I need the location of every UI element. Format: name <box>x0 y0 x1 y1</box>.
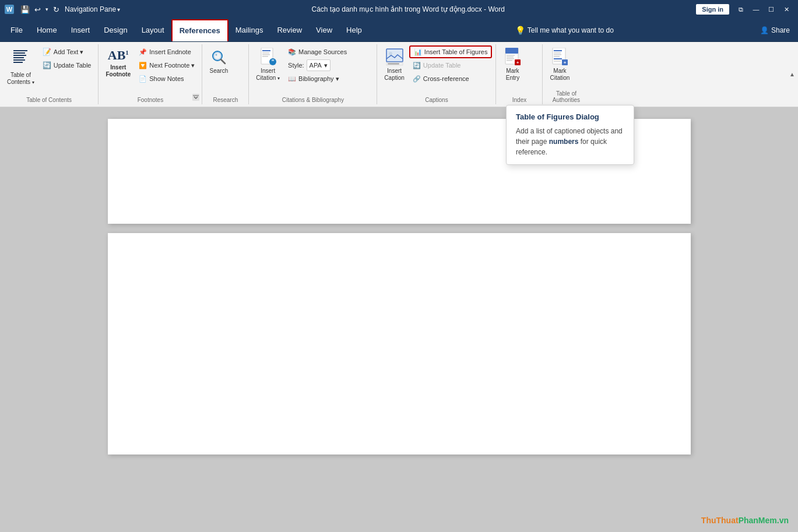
group-citations: " InsertCitation ▾ 📚 Manage Sources Styl… <box>249 44 377 104</box>
svg-line-11 <box>221 59 225 64</box>
mark-citation-button[interactable]: + MarkCitation <box>546 45 573 84</box>
mark-citation-label: MarkCitation <box>550 68 570 82</box>
captions-small-btns: 📊 Insert Table of Figures 🔄 Update Table… <box>409 45 493 85</box>
insert-endnote-label: Insert Endnote <box>149 48 191 55</box>
toc-label: Table ofContents ▾ <box>7 72 34 86</box>
svg-point-20 <box>389 52 392 55</box>
svg-rect-26 <box>507 57 514 58</box>
insert-footnote-button[interactable]: AB1 InsertFootnote <box>102 45 134 80</box>
caption-icon <box>385 48 404 66</box>
add-text-button[interactable]: 📝 Add Text ▾ <box>39 45 95 58</box>
close-button[interactable]: ✕ <box>779 3 793 15</box>
search-button[interactable]: Search <box>206 45 231 77</box>
svg-rect-5 <box>13 62 23 63</box>
menu-insert[interactable]: Insert <box>64 20 97 41</box>
menu-bar: File Home Insert Design Layout Reference… <box>0 19 798 42</box>
menu-layout[interactable]: Layout <box>135 20 171 41</box>
mark-entry-button[interactable]: + MarkEntry <box>500 45 525 84</box>
insert-caption-button[interactable]: InsertCaption <box>381 45 407 84</box>
menu-help[interactable]: Help <box>339 20 369 41</box>
tooltip-body: Add a list of captioned objects and thei… <box>516 126 624 157</box>
search-icon <box>209 48 228 66</box>
document-title: Cách tạo danh mục hình ảnh trong Word tự… <box>120 5 696 13</box>
group-table-of-contents: Table ofContents ▾ 📝 Add Text ▾ 🔄 Update… <box>0 44 99 104</box>
cross-reference-label: Cross-reference <box>423 75 469 82</box>
style-label: Style: <box>288 62 304 69</box>
index-group-label: Index <box>496 97 542 103</box>
watermark: ThuThuatPhanMem.vn <box>701 516 789 525</box>
save-button[interactable]: 💾 <box>19 4 31 15</box>
citation-icon: " <box>259 48 277 66</box>
svg-rect-32 <box>554 50 562 51</box>
minimize-button[interactable]: — <box>749 3 763 15</box>
watermark-thu: Thu <box>701 516 716 525</box>
document-area <box>0 107 798 466</box>
insert-caption-label: InsertCaption <box>384 68 404 82</box>
svg-rect-14 <box>262 52 269 54</box>
style-dropdown[interactable]: APA ▾ <box>307 59 331 71</box>
cross-reference-button[interactable]: 🔗 Cross-reference <box>409 72 493 85</box>
style-value: APA <box>310 62 322 69</box>
manage-sources-label: Manage Sources <box>298 48 347 55</box>
menu-review[interactable]: Review <box>270 20 309 41</box>
insert-citation-label: InsertCitation ▾ <box>256 68 280 82</box>
svg-rect-0 <box>13 50 27 51</box>
share-button[interactable]: Share <box>771 26 790 34</box>
next-footnote-button[interactable]: 🔽 Next Footnote ▾ <box>135 59 198 72</box>
update-table-toc-button[interactable]: 🔄 Update Table <box>39 59 95 72</box>
svg-point-10 <box>216 54 217 56</box>
svg-rect-16 <box>262 56 268 57</box>
svg-rect-37 <box>554 61 561 62</box>
group-index: + MarkEntry Index <box>496 44 543 104</box>
citations-small-btns: 📚 Manage Sources Style: APA ▾ 📖 Bibliogr… <box>284 45 350 85</box>
tooltip-popup: Table of Figures Dialog Add a list of ca… <box>506 105 634 165</box>
insert-citation-button[interactable]: " InsertCitation ▾ <box>252 45 283 84</box>
tooltip-highlight: numbers <box>549 138 579 146</box>
menu-references[interactable]: References <box>171 19 228 41</box>
svg-rect-13 <box>262 50 270 51</box>
manage-sources-button[interactable]: 📚 Manage Sources <box>284 45 350 58</box>
menu-view[interactable]: View <box>309 20 339 41</box>
show-notes-button[interactable]: 📄 Show Notes <box>135 72 198 85</box>
captions-buttons: InsertCaption 📊 Insert Table of Figures … <box>381 45 492 104</box>
ribbon-collapse-button[interactable]: ▲ <box>786 42 798 107</box>
maximize-button[interactable]: ☐ <box>764 3 778 15</box>
bibliography-button[interactable]: 📖 Bibliography ▾ <box>284 72 350 85</box>
restore-button[interactable]: ⧉ <box>734 3 748 15</box>
mark-entry-label: MarkEntry <box>506 68 519 82</box>
insert-tof-label: Insert Table of Figures <box>424 48 488 55</box>
research-group-label: Research <box>202 97 248 103</box>
redo-button[interactable]: ↻ <box>51 4 61 15</box>
table-of-contents-button[interactable]: Table ofContents ▾ <box>3 45 38 88</box>
sign-in-button[interactable]: Sign in <box>696 4 729 15</box>
menu-mailings[interactable]: Mailings <box>228 20 270 41</box>
manage-sources-icon: 📚 <box>288 48 296 56</box>
update-table-captions-button[interactable]: 🔄 Update Table <box>409 59 493 72</box>
group-captions: InsertCaption 📊 Insert Table of Figures … <box>377 44 496 104</box>
menu-home[interactable]: Home <box>30 20 64 41</box>
toc-small-buttons: 📝 Add Text ▾ 🔄 Update Table <box>39 45 95 72</box>
insert-table-of-figures-button[interactable]: 📊 Insert Table of Figures <box>409 45 493 58</box>
style-button[interactable]: Style: APA ▾ <box>284 59 350 72</box>
watermark-vn: .vn <box>777 516 789 525</box>
tooltip-title: Table of Figures Dialog <box>516 112 624 121</box>
footnote-icon: AB1 <box>108 48 129 63</box>
menu-design[interactable]: Design <box>97 20 134 41</box>
next-footnote-icon: 🔽 <box>139 62 147 69</box>
style-dropdown-arrow: ▾ <box>324 62 328 69</box>
lightbulb-icon: 💡 <box>515 26 525 35</box>
svg-rect-3 <box>13 57 24 58</box>
update-table-toc-icon: 🔄 <box>43 61 51 69</box>
svg-text:": " <box>271 59 274 65</box>
share-person-icon: 👤 <box>760 26 769 34</box>
menu-file[interactable]: File <box>3 20 30 41</box>
undo-dropdown[interactable]: ▾ <box>44 5 50 13</box>
undo-button[interactable]: ↩ <box>33 4 43 15</box>
share-area: 👤 Share <box>760 26 795 34</box>
insert-endnote-button[interactable]: 📌 Insert Endnote <box>135 45 198 58</box>
toa-group-label: Table of Authorities <box>543 90 589 103</box>
quick-access-toolbar: 💾 ↩ ▾ ↻ Navigation Pane ▾ <box>19 4 120 15</box>
tell-me-bar[interactable]: 💡 Tell me what you want to do <box>515 26 614 35</box>
svg-rect-36 <box>554 58 562 59</box>
update-table-toc-label: Update Table <box>54 62 92 69</box>
